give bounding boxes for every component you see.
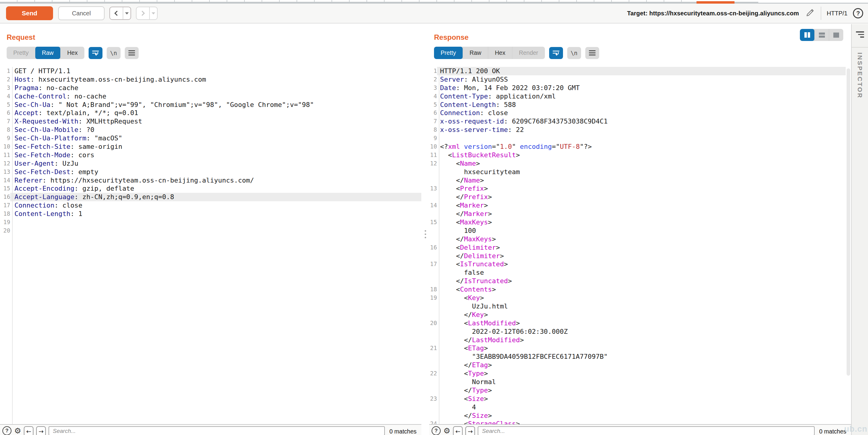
request-menu-button[interactable] (125, 47, 138, 59)
search-next-button[interactable]: → (465, 426, 475, 435)
watermark: ub.cn (844, 425, 867, 434)
show-newlines-button[interactable]: \n (107, 47, 121, 59)
chevron-right-icon (136, 7, 149, 19)
line-content: Cache-Control: no-cache (10, 92, 421, 101)
response-title: Response (434, 33, 846, 41)
line-content: Normal (437, 378, 846, 386)
send-button[interactable]: Send (6, 6, 53, 20)
code-line: </Name> (429, 176, 846, 185)
layout-columns-button[interactable] (800, 29, 814, 41)
code-line: 17Connection: close (0, 201, 421, 210)
line-number (429, 386, 437, 395)
code-line: 4Cache-Control: no-cache (0, 92, 421, 101)
line-number: 13 (429, 185, 437, 193)
wrap-lines-button[interactable] (549, 47, 563, 59)
tab-response-raw[interactable]: Raw (463, 47, 488, 59)
request-search-input[interactable] (49, 426, 385, 435)
layout-rows-button[interactable] (814, 29, 829, 41)
code-line: </Marker> (429, 210, 846, 218)
line-content: Sec-Ch-Ua: " Not A;Brand";v="99", "Chrom… (10, 101, 421, 109)
back-dropdown-button[interactable] (123, 7, 130, 19)
search-next-button[interactable]: → (36, 426, 46, 435)
search-prev-button[interactable]: ← (453, 426, 463, 435)
splitter-handle-icon[interactable] (425, 230, 426, 238)
response-scrollbar[interactable] (846, 24, 851, 424)
line-number: 2 (0, 75, 10, 84)
top-tab-strip[interactable] (0, 0, 868, 4)
target-area: Target: https://hxsecurityteam.oss-cn-be… (627, 7, 863, 20)
line-content (437, 134, 846, 142)
search-help-icon[interactable]: ? (432, 426, 441, 435)
inspector-sidebar[interactable]: INSPECTOR (851, 24, 868, 435)
response-search-input[interactable] (478, 426, 815, 435)
line-number (429, 328, 437, 336)
search-prev-button[interactable]: ← (24, 426, 33, 435)
code-line: 17 <IsTruncated> (429, 260, 846, 268)
line-number: 16 (0, 193, 10, 201)
line-content: <Name> (437, 159, 846, 168)
line-number: 6 (429, 109, 437, 117)
line-content: Date: Mon, 14 Feb 2022 03:07:20 GMT (437, 84, 846, 92)
line-number (429, 210, 437, 218)
http-version-selector[interactable]: HTTP/1 (827, 10, 847, 17)
inspector-label[interactable]: INSPECTOR (856, 53, 864, 99)
code-line: Normal (429, 378, 846, 386)
help-icon[interactable]: ? (853, 8, 863, 19)
response-viewer[interactable]: 1HTTP/1.1 200 OK2Server: AliyunOSS3Date:… (429, 67, 846, 424)
code-line: 13Sec-Fetch-Dest: empty (0, 168, 421, 176)
wrap-lines-button[interactable] (89, 47, 102, 59)
panel-splitter[interactable] (421, 24, 429, 424)
line-number: 11 (429, 151, 437, 159)
search-settings-gear-icon[interactable]: ⚙ (443, 426, 450, 435)
forward-request-button[interactable] (136, 7, 158, 20)
response-menu-button[interactable] (585, 47, 599, 59)
layout-single-button[interactable] (829, 29, 843, 41)
cancel-button[interactable]: Cancel (58, 6, 104, 20)
code-line: 4Content-Type: application/xml (429, 92, 846, 101)
line-content: <ListBucketResult> (437, 151, 846, 159)
repeater-toolbar: Send Cancel Target: https://hxsecurityte… (0, 4, 868, 24)
line-content: GET / HTTP/1.1 (10, 67, 421, 75)
search-help-icon[interactable]: ? (2, 426, 11, 435)
line-content: Content-Length: 588 (437, 101, 846, 109)
line-content: <MaxKeys> (437, 218, 846, 227)
code-line: </LastModified> (429, 336, 846, 344)
line-content: <Delimiter> (437, 243, 846, 252)
line-number (429, 310, 437, 319)
tab-response-hex[interactable]: Hex (488, 47, 512, 59)
code-line: 8Sec-Ch-Ua-Mobile: ?0 (0, 126, 421, 134)
line-content: Content-Length: 1 (10, 210, 421, 218)
code-line: 14Referer: https://hxsecurityteam.oss-cn… (0, 176, 421, 185)
tab-response-pretty[interactable]: Pretty (434, 47, 463, 59)
edit-target-pencil-icon[interactable] (805, 7, 815, 19)
line-number: 5 (0, 101, 10, 109)
request-panel: Request Pretty Raw Hex \n 1GET / HTTP/1.… (0, 24, 421, 424)
tab-request-pretty[interactable]: Pretty (7, 47, 35, 59)
tab-response-render[interactable]: Render (512, 47, 545, 59)
line-content: 100 (437, 227, 846, 235)
line-content: X-Requested-With: XMLHttpRequest (10, 117, 421, 126)
inspector-collapse-icon[interactable] (856, 31, 864, 38)
code-line: 10<?xml version="1.0" encoding="UTF-8"?> (429, 142, 846, 151)
line-number: 17 (0, 201, 10, 210)
back-request-button[interactable] (110, 7, 131, 20)
line-number: 10 (429, 142, 437, 151)
line-number (429, 227, 437, 235)
code-line: 2Host: hxsecurityteam.oss-cn-beijing.ali… (0, 75, 421, 84)
line-number: 14 (429, 201, 437, 210)
line-number: 6 (0, 109, 10, 117)
request-editor[interactable]: 1GET / HTTP/1.12Host: hxsecurityteam.oss… (0, 67, 421, 424)
tab-request-raw[interactable]: Raw (35, 47, 60, 59)
code-line: </ETag> (429, 361, 846, 369)
scrollbar-thumb[interactable] (846, 68, 850, 376)
line-number: 15 (429, 218, 437, 227)
line-content: Sec-Fetch-Site: same-origin (10, 142, 421, 151)
tab-request-hex[interactable]: Hex (60, 47, 84, 59)
code-line: 9Sec-Ch-Ua-Platform: "macOS" (0, 134, 421, 142)
forward-dropdown-button[interactable] (149, 7, 157, 19)
search-settings-gear-icon[interactable]: ⚙ (14, 426, 21, 435)
inspector-divider (852, 47, 868, 47)
chevron-left-icon[interactable] (110, 7, 123, 19)
show-newlines-button[interactable]: \n (567, 47, 581, 59)
line-number (429, 302, 437, 310)
